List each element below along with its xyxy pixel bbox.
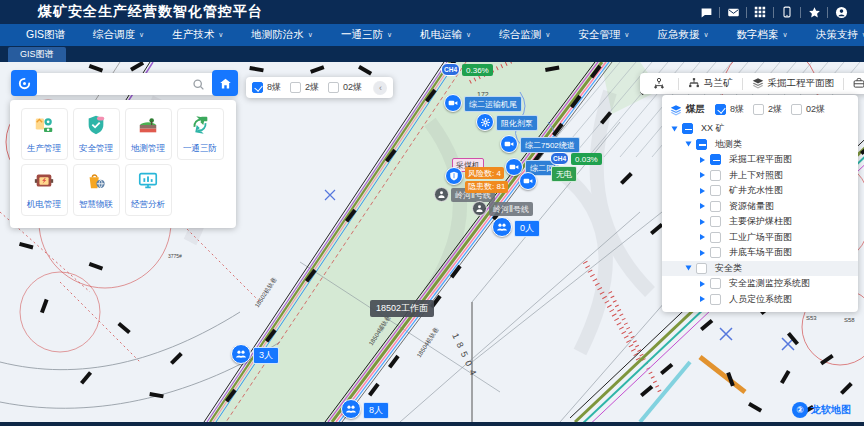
menu-item-决策支持[interactable]: 决策支持∨ [802, 24, 864, 46]
camera-icon[interactable] [444, 94, 462, 112]
menu-item-一通三防[interactable]: 一通三防∨ [327, 24, 406, 46]
app-tile-安全管理[interactable]: 安全管理 [73, 108, 120, 160]
seam-checkbox-2煤[interactable]: 2煤 [290, 81, 319, 94]
mail-icon[interactable] [720, 4, 746, 20]
map-marker[interactable]: CH40.03% [550, 152, 602, 165]
map-marker[interactable]: 综二运输机尾 [444, 94, 522, 112]
checkbox-icon[interactable] [710, 278, 721, 289]
menu-item-综合调度[interactable]: 综合调度∨ [79, 24, 158, 46]
mine-map[interactable]: 172572S53S583775#18504机轨巷18502机轨巷18504辅轨… [0, 62, 864, 422]
people-icon[interactable] [492, 217, 512, 237]
tools-button[interactable]: 工具 [844, 73, 864, 94]
tree-node-安全监测监控系统图[interactable]: 安全监测监控系统图 [662, 276, 858, 292]
people-icon[interactable] [341, 399, 361, 419]
app-tile-经营分析[interactable]: 经营分析 [125, 164, 172, 216]
map-marker[interactable] [519, 172, 537, 190]
map-marker[interactable]: 岭河Ⅱ号线 [472, 201, 533, 216]
seam-checkbox-02煤[interactable]: 02煤 [328, 81, 362, 94]
seam-checkbox-8煤[interactable]: 8煤 [252, 81, 281, 94]
search-icon[interactable] [188, 78, 208, 91]
map-marker[interactable]: 综二7502绕道 [500, 135, 580, 153]
map-marker[interactable]: 0人 [492, 217, 540, 237]
people-icon[interactable] [231, 344, 251, 364]
app-tile-生产管理[interactable]: 生产管理 [21, 108, 68, 160]
apps-icon[interactable] [747, 4, 773, 20]
tree-node-主要保护煤柱图[interactable]: 主要保护煤柱图 [662, 214, 858, 230]
menu-item-机电运输[interactable]: 机电运输∨ [406, 24, 485, 46]
tree-node-地测类[interactable]: 地测类 [662, 137, 858, 153]
checkbox-icon[interactable] [696, 139, 707, 150]
home-button[interactable] [212, 70, 238, 96]
menu-item-安全管理[interactable]: 安全管理∨ [564, 24, 643, 46]
checkbox-icon[interactable] [710, 247, 721, 258]
platform-logo-button[interactable] [11, 70, 37, 96]
checkbox-icon[interactable] [710, 294, 721, 305]
menu-item-综合监测[interactable]: 综合监测∨ [485, 24, 564, 46]
shield-icon[interactable] [445, 167, 463, 185]
user-icon[interactable] [828, 4, 854, 20]
person-icon[interactable] [472, 201, 487, 216]
tree-node-井上下对照图[interactable]: 井上下对照图 [662, 168, 858, 184]
search-input[interactable] [37, 79, 188, 90]
tree-node-人员定位系统图[interactable]: 人员定位系统图 [662, 292, 858, 308]
tree-node-XX 矿[interactable]: XX 矿 [662, 121, 858, 137]
chevron-right-icon[interactable] [700, 172, 705, 178]
star-icon[interactable] [801, 4, 827, 20]
chevron-right-icon[interactable] [700, 188, 705, 194]
map-marker[interactable]: CH40.36% [441, 63, 493, 76]
checkbox-icon[interactable] [710, 201, 721, 212]
chevron-right-icon[interactable] [700, 234, 705, 240]
chevron-down-icon[interactable] [672, 126, 678, 131]
chevron-down-icon[interactable] [686, 142, 692, 147]
map-marker[interactable]: 无电 [551, 166, 577, 182]
tree-node-采掘工程平面图[interactable]: 采掘工程平面图 [662, 152, 858, 168]
org-button[interactable] [644, 73, 678, 94]
map-marker[interactable]: 风险数: 4隐患数: 81 [445, 167, 508, 194]
app-tile-智慧物联[interactable]: 智慧物联 [73, 164, 120, 216]
chevron-right-icon[interactable] [700, 296, 705, 302]
map-marker[interactable]: 阻化剂泵 [476, 113, 538, 131]
checkbox-icon[interactable] [710, 185, 721, 196]
camera-icon[interactable] [500, 135, 518, 153]
checkbox-icon[interactable] [710, 216, 721, 227]
app-tile-机电管理[interactable]: 机电管理 [21, 164, 68, 216]
tree-node-井底车场平面图[interactable]: 井底车场平面图 [662, 245, 858, 261]
checkbox-icon[interactable] [710, 154, 721, 165]
menu-item-数字档案[interactable]: 数字档案∨ [723, 24, 802, 46]
app-tile-一通三防[interactable]: 一通三防 [177, 108, 224, 160]
chevron-right-icon[interactable] [700, 250, 705, 256]
chevron-down-icon[interactable] [686, 266, 692, 271]
checkbox-icon[interactable] [710, 232, 721, 243]
map-marker[interactable]: 8人 [341, 399, 389, 419]
tree-node-工业广场平面图[interactable]: 工业广场平面图 [662, 230, 858, 246]
tree-node-资源储量图[interactable]: 资源储量图 [662, 199, 858, 215]
chevron-right-icon[interactable] [700, 219, 705, 225]
seam-checkbox-2煤[interactable]: 2煤 [753, 103, 782, 116]
camera-icon[interactable] [519, 172, 537, 190]
menu-item-生产技术[interactable]: 生产技术∨ [158, 24, 237, 46]
chevron-right-icon[interactable] [700, 157, 705, 163]
tab-gis[interactable]: GIS图谱 [8, 47, 66, 62]
gas-sensor-icon[interactable]: CH4 [550, 152, 569, 165]
menu-item-应急救援[interactable]: 应急救援∨ [643, 24, 722, 46]
mine-button[interactable]: 马兰矿 [679, 73, 742, 94]
seam-checkbox-8煤[interactable]: 8煤 [715, 103, 744, 116]
device-icon[interactable] [774, 4, 800, 20]
collapse-button[interactable]: ‹ [373, 81, 387, 95]
checkbox-icon[interactable] [710, 170, 721, 181]
checkbox-icon[interactable] [696, 263, 707, 274]
gear-icon[interactable] [476, 113, 494, 131]
gas-sensor-icon[interactable]: CH4 [441, 63, 460, 76]
chevron-right-icon[interactable] [700, 281, 705, 287]
seam-checkbox-02煤[interactable]: 02煤 [791, 103, 825, 116]
menu-item-地测防治水[interactable]: 地测防治水∨ [237, 24, 327, 46]
map-vendor-logo[interactable]: ② 龙软地图 [792, 402, 851, 418]
chevron-right-icon[interactable] [700, 203, 705, 209]
map-select-button[interactable]: 采掘工程平面图 [743, 73, 844, 94]
menu-item-GIS图谱[interactable]: GIS图谱 [12, 24, 79, 46]
map-marker[interactable]: 18502工作面 [370, 300, 434, 317]
chat-icon[interactable] [693, 4, 719, 20]
map-marker[interactable]: 3人 [231, 344, 279, 364]
tree-node-矿井充水性图[interactable]: 矿井充水性图 [662, 183, 858, 199]
checkbox-icon[interactable] [682, 123, 693, 134]
